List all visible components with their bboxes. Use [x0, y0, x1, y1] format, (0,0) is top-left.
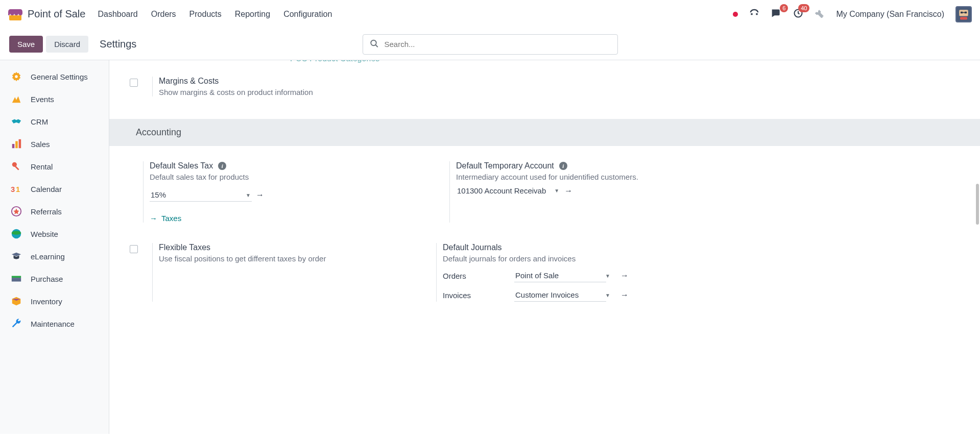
svg-point-7 — [371, 40, 376, 45]
sidebar-item-inventory[interactable]: Inventory — [0, 290, 109, 312]
sidebar-label: eLearning — [31, 252, 65, 261]
settings-content[interactable]: → POS Product Categories Margins & Costs… — [109, 60, 980, 434]
svg-point-12 — [12, 162, 17, 167]
box-icon — [10, 295, 22, 307]
sidebar-item-events[interactable]: Events — [0, 88, 109, 110]
brand-title: Point of Sale — [28, 8, 85, 20]
user-avatar[interactable] — [955, 6, 972, 22]
svg-rect-6 — [960, 17, 967, 19]
sidebar-label: Website — [31, 230, 58, 238]
svg-text:1: 1 — [16, 185, 20, 193]
svg-text:3: 3 — [11, 185, 15, 193]
key-icon — [10, 160, 22, 173]
discard-button[interactable]: Discard — [46, 36, 88, 53]
save-button[interactable]: Save — [9, 36, 43, 53]
page-title: Settings — [100, 38, 136, 50]
sidebar-label: Referrals — [31, 207, 62, 216]
orders-label: Orders — [443, 272, 504, 280]
invoices-label: Invoices — [443, 291, 504, 300]
menu-dashboard[interactable]: Dashboard — [98, 10, 137, 19]
brand[interactable]: Point of Sale — [8, 8, 85, 20]
voip-icon[interactable] — [749, 8, 759, 20]
search-icon — [370, 39, 379, 50]
external-link-icon[interactable]: → — [564, 186, 572, 196]
sidebar-label: Purchase — [31, 275, 63, 283]
accounting-section-header: Accounting — [109, 119, 980, 146]
bars-icon — [10, 138, 22, 150]
sidebar-label: Rental — [31, 162, 53, 171]
menu-reporting[interactable]: Reporting — [235, 10, 270, 19]
info-icon[interactable]: i — [559, 162, 567, 170]
activities-badge: 40 — [798, 4, 809, 12]
gear-icon — [10, 70, 22, 83]
sidebar-item-elearning[interactable]: eLearning — [0, 245, 109, 267]
external-link-icon[interactable]: → — [256, 190, 264, 200]
sidebar-label: General Settings — [31, 72, 88, 81]
recording-indicator-icon[interactable] — [733, 12, 738, 17]
wrench-icon — [10, 318, 22, 330]
settings-sidebar: General Settings Events CRM Sales Rental… — [0, 60, 109, 434]
systray: 6 40 My Company (San Francisco) — [733, 6, 972, 22]
pos-categories-link[interactable]: → POS Product Categories — [109, 60, 980, 68]
calendar-icon: 31 — [10, 183, 22, 195]
arrow-right-icon: → — [278, 60, 286, 63]
external-link-icon[interactable]: → — [620, 290, 629, 300]
default-tax-desc: Default sales tax for products — [150, 173, 429, 181]
handshake-icon — [10, 115, 22, 128]
sidebar-item-maintenance[interactable]: Maintenance — [0, 312, 109, 335]
journals-title: Default Journals — [443, 243, 502, 252]
flex-tax-checkbox[interactable] — [130, 245, 138, 253]
search-container — [363, 34, 618, 55]
margins-checkbox[interactable] — [130, 79, 138, 87]
sidebar-label: Sales — [31, 140, 50, 149]
sidebar-item-sales[interactable]: Sales — [0, 133, 109, 155]
messages-badge: 6 — [780, 4, 788, 12]
events-icon — [10, 93, 22, 105]
svg-point-18 — [12, 231, 21, 235]
svg-rect-13 — [15, 166, 19, 170]
sidebar-item-rental[interactable]: Rental — [0, 155, 109, 178]
medal-icon — [10, 205, 22, 217]
external-link-icon[interactable]: → — [620, 271, 629, 280]
sidebar-label: Calendar — [31, 185, 62, 193]
company-switcher[interactable]: My Company (San Francisco) — [836, 10, 944, 19]
svg-rect-10 — [15, 141, 18, 149]
default-tax-title: Default Sales Tax — [150, 161, 213, 171]
temp-account-select[interactable]: 101300 Account Receivab — [456, 184, 560, 197]
sidebar-item-general[interactable]: General Settings — [0, 65, 109, 88]
control-panel: Save Discard Settings — [0, 29, 980, 60]
pos-app-icon — [8, 8, 22, 20]
orders-journal-select[interactable]: Point of Sale — [514, 269, 606, 282]
svg-rect-3 — [961, 11, 963, 13]
messages-icon[interactable]: 6 — [771, 8, 782, 20]
sidebar-item-calendar[interactable]: 31 Calendar — [0, 178, 109, 200]
invoices-journal-select[interactable]: Customer Invoices — [514, 288, 606, 302]
svg-rect-11 — [19, 139, 21, 148]
sidebar-item-crm[interactable]: CRM — [0, 110, 109, 133]
info-icon[interactable]: i — [218, 162, 226, 170]
journals-desc: Default journals for orders and invoices — [443, 254, 960, 263]
default-tax-select[interactable]: 15% — [150, 188, 252, 202]
menu-products[interactable]: Products — [189, 10, 222, 19]
search-input[interactable] — [363, 34, 618, 55]
taxes-link[interactable]: → Taxes — [150, 214, 429, 223]
top-navbar: Point of Sale Dashboard Orders Products … — [0, 0, 980, 29]
graduation-icon — [10, 250, 22, 262]
svg-rect-4 — [965, 11, 967, 13]
sidebar-item-purchase[interactable]: Purchase — [0, 267, 109, 290]
scrollbar-thumb[interactable] — [976, 184, 979, 225]
sidebar-label: Events — [31, 95, 54, 104]
menu-orders[interactable]: Orders — [151, 10, 176, 19]
top-menu: Dashboard Orders Products Reporting Conf… — [98, 10, 332, 19]
tools-icon[interactable] — [815, 8, 825, 20]
sidebar-item-referrals[interactable]: Referrals — [0, 200, 109, 223]
arrow-right-icon: → — [150, 214, 157, 223]
sidebar-label: CRM — [31, 117, 48, 126]
flex-tax-title: Flexible Taxes — [159, 243, 210, 252]
svg-rect-5 — [963, 12, 965, 13]
margins-title: Margins & Costs — [159, 77, 219, 86]
activities-icon[interactable]: 40 — [793, 8, 803, 20]
sidebar-item-website[interactable]: Website — [0, 223, 109, 245]
menu-configuration[interactable]: Configuration — [283, 10, 332, 19]
sidebar-label: Maintenance — [31, 320, 75, 328]
